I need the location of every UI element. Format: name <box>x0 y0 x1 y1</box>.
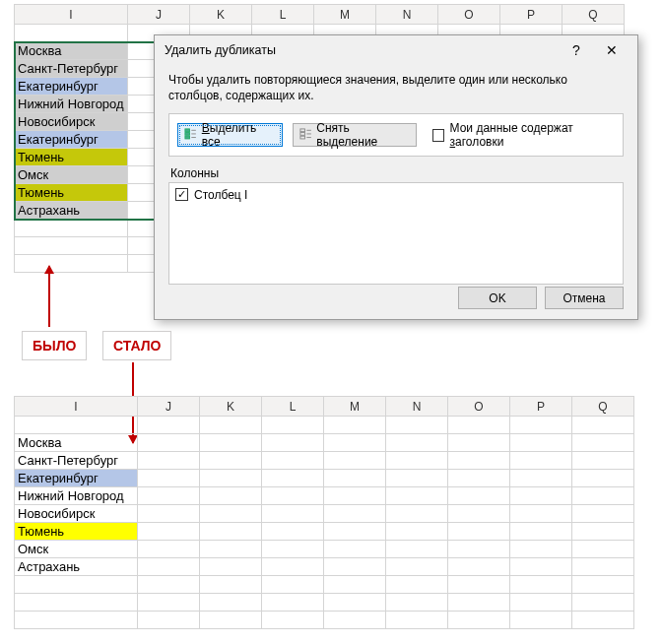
col-header[interactable]: O <box>438 5 500 25</box>
cell[interactable] <box>510 558 572 576</box>
cell[interactable] <box>510 505 572 523</box>
cell[interactable] <box>448 558 510 576</box>
cell[interactable] <box>324 434 386 452</box>
columns-list[interactable]: ✓ Столбец I <box>168 182 624 285</box>
close-button[interactable]: ✕ <box>594 38 629 62</box>
cell[interactable] <box>262 487 324 505</box>
cell[interactable] <box>386 434 448 452</box>
cell[interactable] <box>510 487 572 505</box>
cell[interactable]: Екатеринбург <box>15 131 128 149</box>
cell[interactable] <box>448 523 510 541</box>
headers-checkbox[interactable] <box>432 129 444 142</box>
cell[interactable]: Омск <box>15 541 138 558</box>
col-header[interactable]: O <box>448 397 510 417</box>
col-header[interactable]: J <box>138 397 200 417</box>
result-range[interactable]: МоскваСанкт-ПетербургЕкатеринбургНижний … <box>15 434 634 576</box>
cell[interactable] <box>200 452 262 470</box>
cell[interactable] <box>200 487 262 505</box>
cell[interactable] <box>448 487 510 505</box>
cell[interactable] <box>510 434 572 452</box>
select-all-button[interactable]: Выделить все <box>177 123 283 147</box>
cell[interactable] <box>386 505 448 523</box>
column-checkbox[interactable]: ✓ <box>175 188 188 201</box>
cell[interactable] <box>572 523 634 541</box>
cell[interactable] <box>200 505 262 523</box>
cell[interactable] <box>324 541 386 558</box>
cell[interactable] <box>386 487 448 505</box>
cell[interactable] <box>200 523 262 541</box>
col-header[interactable]: M <box>324 397 386 417</box>
cell[interactable] <box>138 558 200 576</box>
table-row[interactable]: Новосибирск <box>15 505 634 523</box>
cell[interactable] <box>200 470 262 487</box>
table-row[interactable]: Астрахань <box>15 558 634 576</box>
cell[interactable] <box>262 470 324 487</box>
cell[interactable] <box>324 505 386 523</box>
col-header[interactable]: J <box>128 5 190 25</box>
cell[interactable] <box>138 523 200 541</box>
col-header[interactable]: N <box>376 5 438 25</box>
table-row[interactable]: Нижний Новгород <box>15 487 634 505</box>
cell[interactable]: Москва <box>15 42 128 60</box>
cell[interactable] <box>138 505 200 523</box>
cell[interactable] <box>262 434 324 452</box>
cell[interactable] <box>262 558 324 576</box>
col-header[interactable]: I <box>15 5 128 25</box>
cell[interactable]: Новосибирск <box>15 505 138 523</box>
cell[interactable]: Астрахань <box>15 202 128 220</box>
cell[interactable] <box>138 487 200 505</box>
cell[interactable] <box>448 434 510 452</box>
cell[interactable] <box>448 452 510 470</box>
cancel-button[interactable]: Отмена <box>545 287 624 309</box>
cell[interactable]: Нижний Новгород <box>15 487 138 505</box>
cell[interactable]: Омск <box>15 166 128 184</box>
cell[interactable] <box>138 470 200 487</box>
cell[interactable] <box>572 505 634 523</box>
cell[interactable] <box>448 505 510 523</box>
cell[interactable] <box>324 487 386 505</box>
cell[interactable] <box>262 452 324 470</box>
cell[interactable] <box>386 470 448 487</box>
col-header[interactable]: I <box>15 397 138 417</box>
cell[interactable]: Астрахань <box>15 558 138 576</box>
col-header[interactable]: M <box>314 5 376 25</box>
table-row[interactable]: Екатеринбург <box>15 470 634 487</box>
col-header[interactable]: K <box>200 397 262 417</box>
cell[interactable] <box>324 558 386 576</box>
col-header[interactable]: P <box>510 397 572 417</box>
cell[interactable] <box>138 541 200 558</box>
cell[interactable] <box>262 505 324 523</box>
cell[interactable] <box>448 541 510 558</box>
cell[interactable] <box>386 452 448 470</box>
cell[interactable] <box>262 523 324 541</box>
cell[interactable] <box>324 470 386 487</box>
cell[interactable] <box>324 452 386 470</box>
cell[interactable]: Екатеринбург <box>15 78 128 96</box>
col-header[interactable]: P <box>500 5 563 25</box>
cell[interactable]: Тюмень <box>15 184 128 202</box>
col-header[interactable]: Q <box>572 397 634 417</box>
cell[interactable] <box>572 558 634 576</box>
ok-button[interactable]: OK <box>458 287 537 309</box>
cell[interactable]: Москва <box>15 434 138 452</box>
cell[interactable] <box>138 452 200 470</box>
cell[interactable] <box>572 470 634 487</box>
cell[interactable] <box>138 434 200 452</box>
cell[interactable] <box>510 470 572 487</box>
col-header[interactable]: Q <box>563 5 625 25</box>
table-row[interactable]: Москва <box>15 434 634 452</box>
cell[interactable] <box>510 523 572 541</box>
cell[interactable] <box>510 452 572 470</box>
column-checkbox-row[interactable]: ✓ Столбец I <box>175 188 247 202</box>
cell[interactable] <box>386 558 448 576</box>
cell[interactable]: Санкт-Петербург <box>15 452 138 470</box>
table-row[interactable]: Санкт-Петербург <box>15 452 634 470</box>
cell[interactable] <box>572 434 634 452</box>
table-row[interactable]: Тюмень <box>15 523 634 541</box>
col-header[interactable]: L <box>262 397 324 417</box>
cell[interactable] <box>572 487 634 505</box>
unselect-all-button[interactable]: Снять выделение <box>293 123 417 147</box>
cell[interactable]: Тюмень <box>15 149 128 166</box>
cell[interactable]: Тюмень <box>15 523 138 541</box>
cell[interactable] <box>386 541 448 558</box>
